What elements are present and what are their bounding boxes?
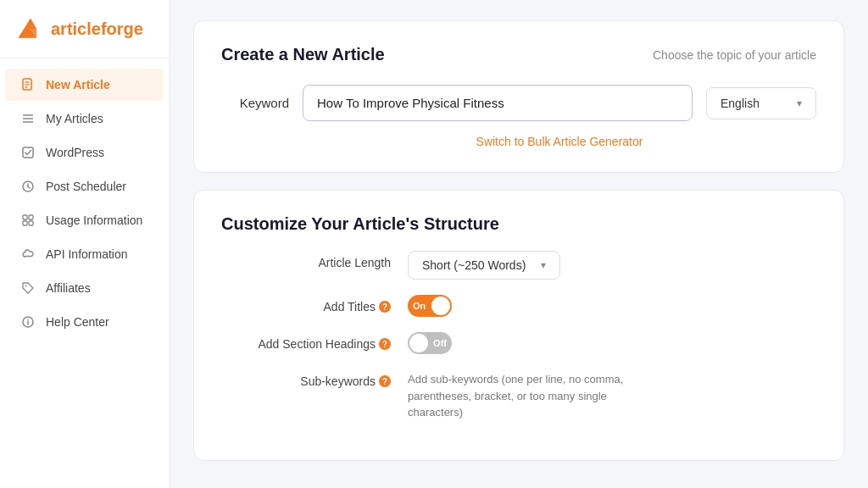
clock-icon <box>20 179 36 194</box>
svg-point-18 <box>25 286 27 287</box>
toggle-off-label: Off <box>433 338 447 348</box>
logo-text-plain: article <box>51 19 101 38</box>
sidebar-item-help-center[interactable]: Help Center <box>5 306 164 338</box>
sidebar-label-new-article: New Article <box>46 78 110 92</box>
sidebar-label-wordpress: WordPress <box>46 146 104 159</box>
sub-keywords-label: Sub-keywords ? <box>221 369 391 388</box>
checkbox-icon <box>20 145 36 160</box>
card2-title: Customize Your Article's Structure <box>221 214 816 234</box>
tag-icon <box>20 280 36 296</box>
sub-keywords-hint: Add sub-keywords (one per line, no comma… <box>408 369 628 421</box>
add-titles-row: Add Titles ? On <box>221 295 816 317</box>
info-icon <box>20 314 36 330</box>
sidebar-label-post-scheduler: Post Scheduler <box>46 180 126 193</box>
logo-icon <box>15 14 46 44</box>
toggle-thumb-off <box>409 334 428 352</box>
add-section-headings-label: Add Section Headings ? <box>221 332 391 351</box>
sidebar-label-usage-information: Usage Information <box>46 214 142 227</box>
sidebar-label-my-articles: My Articles <box>46 112 103 125</box>
sub-keywords-info-icon: ? <box>379 375 391 387</box>
grid-icon <box>20 213 36 228</box>
article-length-value: Short (~250 Words) <box>422 258 526 272</box>
sidebar-label-affiliates: Affiliates <box>46 281 91 295</box>
logo-area: articleforge <box>0 0 169 58</box>
keyword-input[interactable] <box>303 85 693 121</box>
main-content: Create a New Article Choose the topic of… <box>170 0 868 488</box>
card1-title: Create a New Article <box>221 45 385 64</box>
logo-text-accent: forge <box>101 19 143 38</box>
sidebar-item-my-articles[interactable]: My Articles <box>5 103 164 135</box>
toggle-thumb <box>431 297 450 315</box>
language-select[interactable]: English ▾ <box>706 87 816 119</box>
add-titles-info-icon: ? <box>379 301 391 313</box>
sub-keywords-row: Sub-keywords ? Add sub-keywords (one per… <box>221 369 816 421</box>
add-section-headings-row: Add Section Headings ? Off <box>221 332 816 354</box>
cloud-icon <box>20 247 36 262</box>
switch-bulk-link[interactable]: Switch to Bulk Article Generator <box>221 135 816 148</box>
svg-line-13 <box>28 187 31 189</box>
article-length-label: Article Length <box>221 251 391 269</box>
sidebar-item-post-scheduler[interactable]: Post Scheduler <box>5 170 164 202</box>
sidebar-label-api-information: API Information <box>46 247 128 261</box>
svg-rect-15 <box>29 215 33 219</box>
sidebar-label-help-center: Help Center <box>46 315 109 329</box>
article-length-row: Article Length Short (~250 Words) ▾ <box>221 251 816 280</box>
chevron-down-icon: ▾ <box>541 259 546 271</box>
toggle-on-label: On <box>413 301 426 311</box>
sidebar-item-api-information[interactable]: API Information <box>5 238 164 270</box>
add-section-headings-toggle[interactable]: Off <box>408 332 452 354</box>
sidebar-item-usage-information[interactable]: Usage Information <box>5 204 164 236</box>
list-icon <box>20 111 36 126</box>
sidebar-item-new-article[interactable]: New Article <box>5 69 164 101</box>
svg-point-21 <box>27 319 29 320</box>
svg-rect-16 <box>23 221 27 225</box>
create-article-card: Create a New Article Choose the topic of… <box>193 20 844 173</box>
card1-subtitle: Choose the topic of your article <box>653 48 816 62</box>
keyword-row: Keyword English ▾ <box>221 85 816 121</box>
language-value: English <box>721 97 760 110</box>
logo-text: articleforge <box>51 19 143 39</box>
chevron-down-icon: ▾ <box>797 97 802 109</box>
card1-header: Create a New Article Choose the topic of… <box>221 45 816 64</box>
svg-rect-17 <box>29 221 33 225</box>
document-icon <box>20 77 36 92</box>
add-titles-toggle[interactable]: On <box>408 295 452 317</box>
article-length-select[interactable]: Short (~250 Words) ▾ <box>408 251 560 280</box>
customize-card: Customize Your Article's Structure Artic… <box>193 190 844 461</box>
svg-rect-14 <box>23 215 27 219</box>
sidebar-item-affiliates[interactable]: Affiliates <box>5 272 164 304</box>
keyword-label: Keyword <box>221 96 289 110</box>
add-titles-label: Add Titles ? <box>221 295 391 313</box>
sidebar-item-wordpress[interactable]: WordPress <box>5 136 164 169</box>
add-section-info-icon: ? <box>379 338 391 350</box>
sidebar-nav: New Article My Articles WordPress Post S… <box>0 58 169 348</box>
sidebar: articleforge New Article My Articles Wor… <box>0 0 170 488</box>
